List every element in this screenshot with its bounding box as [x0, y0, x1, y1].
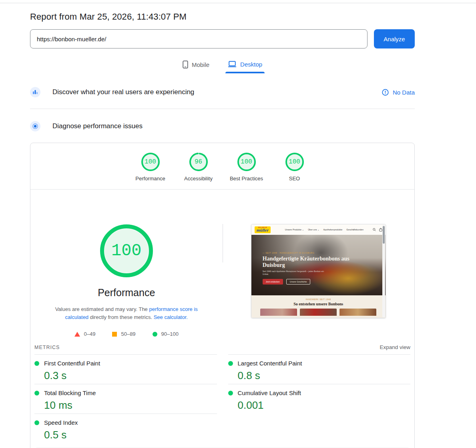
thumb-cart-icon — [379, 228, 382, 232]
tab-mobile[interactable]: Mobile — [180, 59, 212, 74]
score-best-practices[interactable]: 100 Best Practices — [223, 152, 271, 189]
lighthouse-report-card: 100 Performance 96 Accessibility — [30, 143, 415, 448]
metrics-heading: METRICS — [34, 345, 60, 350]
see-calculator-link[interactable]: See calculator. — [154, 314, 188, 320]
lab-data-title: Diagnose performance issues — [52, 122, 143, 130]
no-data-label: No Data — [393, 89, 415, 96]
real-users-icon — [30, 87, 40, 97]
field-data-section-header: Discover what your real users are experi… — [30, 87, 415, 97]
tab-desktop[interactable]: Desktop — [225, 59, 265, 74]
page-title: Report from Mar 25, 2026, 11:43:07 PM — [30, 12, 415, 22]
performance-gauge-column: 100 Performance Values are estimated and… — [30, 190, 223, 339]
legend-pass-icon — [153, 332, 157, 337]
thumb-scrollbar — [382, 225, 385, 317]
thumb-search-icon — [373, 228, 376, 231]
pagespeed-report-page: Report from Mar 25, 2026, 11:43:07 PM An… — [30, 12, 415, 448]
pass-dot-icon — [34, 391, 39, 396]
pass-dot-icon — [34, 361, 39, 366]
no-data-status[interactable]: No Data — [382, 89, 415, 96]
category-scores: 100 Performance 96 Accessibility — [30, 143, 414, 189]
field-data-title: Discover what your real users are experi… — [52, 88, 194, 96]
thumb-section: HANDWERK SEIT 1948 So entstehen unsere B… — [251, 295, 386, 318]
gauge-and-screenshot: 100 Performance Values are estimated and… — [30, 190, 414, 339]
tab-desktop-label: Desktop — [240, 61, 262, 68]
screenshot-column: WILHELM müller Unsere Produkte ⌄ Über un… — [223, 190, 415, 339]
section-divider — [30, 109, 415, 109]
performance-gauge: 100 — [100, 224, 153, 277]
pass-dot-icon — [34, 420, 39, 425]
diagnose-icon — [30, 121, 40, 131]
score-accessibility[interactable]: 96 Accessibility — [175, 152, 223, 189]
expand-view-button[interactable]: Expand view — [380, 344, 410, 350]
thumb-site-logo: WILHELM müller — [255, 226, 271, 233]
url-input[interactable] — [30, 29, 368, 48]
thumb-cta-secondary: Unsere Geschichte — [286, 279, 311, 285]
pass-dot-icon — [228, 361, 233, 366]
thumb-photo-card — [339, 309, 376, 316]
legend-fail-icon — [74, 332, 80, 337]
vertical-separator — [223, 224, 223, 262]
metric-cumulative-layout-shift: Cumulative Layout Shift 0.001 — [228, 384, 411, 414]
desktop-laptop-icon — [228, 61, 237, 68]
active-tab-indicator — [225, 72, 265, 73]
thumb-cta-primary: Jetzt entdecken — [263, 279, 283, 285]
score-legend: 0–49 50–89 90–100 — [74, 331, 179, 337]
analyze-button[interactable]: Analyze — [374, 29, 415, 48]
score-seo[interactable]: 100 SEO — [271, 152, 319, 189]
legend-average-icon — [112, 332, 117, 337]
metric-largest-contentful-paint: Largest Contentful Paint 0.8 s — [228, 354, 411, 384]
pass-dot-icon — [228, 391, 233, 396]
metrics-column-right: Largest Contentful Paint 0.8 s Cumulativ… — [228, 354, 411, 443]
performance-score-value: 100 — [100, 224, 153, 277]
info-icon — [382, 89, 389, 96]
thumb-photo-card — [300, 309, 337, 316]
metric-first-contentful-paint: First Contentful Paint 0.3 s — [34, 354, 217, 384]
thumb-site-nav: Unsere Produkte ⌄ Über uns ⌄ Apothekenpr… — [285, 228, 364, 231]
page-screenshot-thumbnail[interactable]: WILHELM müller Unsere Produkte ⌄ Über un… — [251, 224, 386, 318]
url-form: Analyze — [30, 29, 415, 48]
device-tabs: Mobile Desktop — [30, 59, 415, 74]
thumb-photo-card — [260, 309, 297, 316]
score-performance[interactable]: 100 Performance — [127, 152, 175, 189]
metrics-grid: First Contentful Paint 0.3 s Total Block… — [30, 354, 414, 443]
lab-data-section-header: Diagnose performance issues — [30, 121, 415, 131]
metric-total-blocking-time: Total Blocking Time 10 ms — [34, 384, 217, 414]
metrics-header: METRICS Expand view — [30, 339, 414, 354]
thumb-hero: — SEIT 1948 · HANDGEMACHT IN DUISBURG Ha… — [251, 235, 386, 295]
gauge-title: Performance — [98, 287, 155, 299]
metric-speed-index: Speed Index 0.5 s — [34, 414, 217, 443]
metrics-column-left: First Contentful Paint 0.3 s Total Block… — [34, 354, 217, 443]
mobile-phone-icon — [183, 61, 188, 69]
score-disclaimer: Values are estimated and may vary. The p… — [48, 305, 205, 321]
thumb-site-header: WILHELM müller Unsere Produkte ⌄ Über un… — [251, 224, 386, 235]
tab-mobile-label: Mobile — [192, 61, 209, 68]
top-divider — [0, 3, 476, 3]
